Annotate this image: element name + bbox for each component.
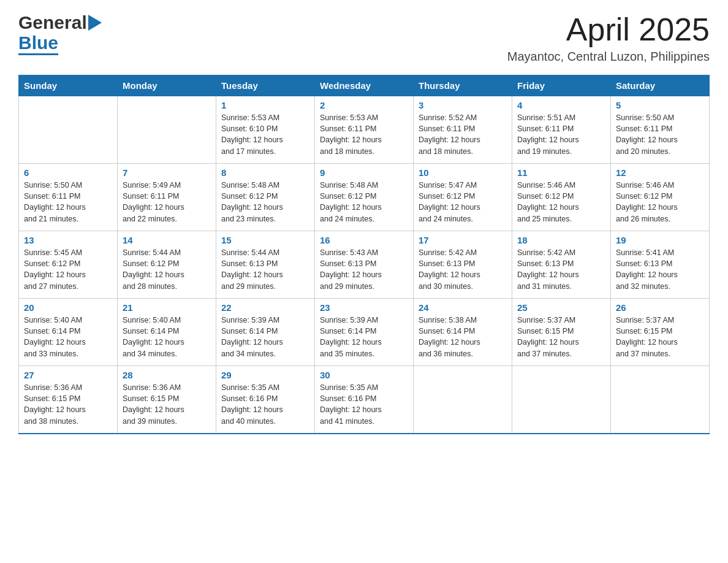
month-title: April 2025 — [507, 12, 710, 47]
day-info: Sunrise: 5:40 AM Sunset: 6:14 PM Dayligh… — [123, 315, 211, 359]
day-number: 13 — [24, 235, 112, 245]
day-info: Sunrise: 5:43 AM Sunset: 6:13 PM Dayligh… — [320, 247, 408, 292]
logo: General Blue — [18, 12, 102, 55]
day-info: Sunrise: 5:42 AM Sunset: 6:13 PM Dayligh… — [419, 247, 507, 292]
day-number: 29 — [221, 370, 309, 380]
day-info: Sunrise: 5:42 AM Sunset: 6:13 PM Dayligh… — [517, 247, 605, 292]
day-number: 5 — [616, 100, 704, 110]
location-text: Mayantoc, Central Luzon, Philippines — [507, 50, 710, 64]
day-info: Sunrise: 5:35 AM Sunset: 6:16 PM Dayligh… — [221, 382, 309, 427]
day-info: Sunrise: 5:36 AM Sunset: 6:15 PM Dayligh… — [24, 382, 112, 427]
calendar-cell: 3Sunrise: 5:52 AM Sunset: 6:11 PM Daylig… — [414, 96, 512, 164]
day-number: 21 — [123, 302, 211, 313]
calendar-week-3: 13Sunrise: 5:45 AM Sunset: 6:12 PM Dayli… — [19, 231, 710, 299]
day-info: Sunrise: 5:52 AM Sunset: 6:11 PM Dayligh… — [419, 112, 507, 157]
calendar-week-5: 27Sunrise: 5:36 AM Sunset: 6:15 PM Dayli… — [19, 366, 710, 434]
day-info: Sunrise: 5:36 AM Sunset: 6:15 PM Dayligh… — [123, 382, 211, 427]
calendar-week-1: 1Sunrise: 5:53 AM Sunset: 6:10 PM Daylig… — [19, 96, 710, 164]
day-info: Sunrise: 5:40 AM Sunset: 6:14 PM Dayligh… — [24, 315, 112, 359]
day-number: 23 — [320, 302, 408, 313]
logo-blue-text: Blue — [18, 33, 58, 53]
calendar-week-4: 20Sunrise: 5:40 AM Sunset: 6:14 PM Dayli… — [19, 299, 710, 366]
calendar-cell: 26Sunrise: 5:37 AM Sunset: 6:15 PM Dayli… — [611, 299, 710, 366]
day-info: Sunrise: 5:50 AM Sunset: 6:11 PM Dayligh… — [616, 112, 704, 157]
calendar-cell: 25Sunrise: 5:37 AM Sunset: 6:15 PM Dayli… — [512, 299, 611, 366]
logo-triangle-icon — [88, 15, 102, 31]
day-number: 16 — [320, 235, 408, 245]
day-number: 9 — [320, 167, 408, 178]
day-info: Sunrise: 5:46 AM Sunset: 6:12 PM Dayligh… — [616, 180, 704, 224]
day-number: 4 — [517, 100, 605, 110]
calendar-cell: 27Sunrise: 5:36 AM Sunset: 6:15 PM Dayli… — [19, 366, 118, 434]
calendar-cell: 15Sunrise: 5:44 AM Sunset: 6:13 PM Dayli… — [216, 231, 315, 299]
calendar-cell: 16Sunrise: 5:43 AM Sunset: 6:13 PM Dayli… — [315, 231, 414, 299]
day-number: 12 — [616, 167, 704, 178]
day-info: Sunrise: 5:37 AM Sunset: 6:15 PM Dayligh… — [616, 315, 704, 359]
day-info: Sunrise: 5:37 AM Sunset: 6:15 PM Dayligh… — [517, 315, 605, 359]
day-info: Sunrise: 5:39 AM Sunset: 6:14 PM Dayligh… — [221, 315, 309, 359]
day-number: 14 — [123, 235, 211, 245]
calendar-cell — [19, 96, 118, 164]
calendar-cell: 7Sunrise: 5:49 AM Sunset: 6:11 PM Daylig… — [118, 164, 216, 231]
logo-general-text: General — [18, 12, 87, 33]
svg-marker-0 — [88, 15, 102, 31]
calendar-cell: 14Sunrise: 5:44 AM Sunset: 6:12 PM Dayli… — [118, 231, 216, 299]
column-header-tuesday: Tuesday — [216, 75, 315, 96]
day-number: 7 — [123, 167, 211, 178]
column-header-thursday: Thursday — [414, 75, 512, 96]
calendar-cell: 23Sunrise: 5:39 AM Sunset: 6:14 PM Dayli… — [315, 299, 414, 366]
calendar-cell: 8Sunrise: 5:48 AM Sunset: 6:12 PM Daylig… — [216, 164, 315, 231]
day-info: Sunrise: 5:53 AM Sunset: 6:11 PM Dayligh… — [320, 112, 408, 157]
calendar-cell: 18Sunrise: 5:42 AM Sunset: 6:13 PM Dayli… — [512, 231, 611, 299]
day-info: Sunrise: 5:41 AM Sunset: 6:13 PM Dayligh… — [616, 247, 704, 292]
day-info: Sunrise: 5:51 AM Sunset: 6:11 PM Dayligh… — [517, 112, 605, 157]
day-info: Sunrise: 5:49 AM Sunset: 6:11 PM Dayligh… — [123, 180, 211, 224]
day-number: 3 — [419, 100, 507, 110]
calendar-cell: 30Sunrise: 5:35 AM Sunset: 6:16 PM Dayli… — [315, 366, 414, 434]
calendar-cell: 1Sunrise: 5:53 AM Sunset: 6:10 PM Daylig… — [216, 96, 315, 164]
calendar-cell: 24Sunrise: 5:38 AM Sunset: 6:14 PM Dayli… — [414, 299, 512, 366]
day-info: Sunrise: 5:38 AM Sunset: 6:14 PM Dayligh… — [419, 315, 507, 359]
calendar-cell: 5Sunrise: 5:50 AM Sunset: 6:11 PM Daylig… — [611, 96, 710, 164]
day-number: 6 — [24, 167, 112, 178]
day-number: 28 — [123, 370, 211, 380]
column-header-saturday: Saturday — [611, 75, 710, 96]
header-right: April 2025 Mayantoc, Central Luzon, Phil… — [507, 12, 710, 64]
day-info: Sunrise: 5:45 AM Sunset: 6:12 PM Dayligh… — [24, 247, 112, 292]
calendar-cell: 13Sunrise: 5:45 AM Sunset: 6:12 PM Dayli… — [19, 231, 118, 299]
column-header-sunday: Sunday — [19, 75, 118, 96]
calendar-cell: 4Sunrise: 5:51 AM Sunset: 6:11 PM Daylig… — [512, 96, 611, 164]
calendar-week-2: 6Sunrise: 5:50 AM Sunset: 6:11 PM Daylig… — [19, 164, 710, 231]
calendar-cell: 19Sunrise: 5:41 AM Sunset: 6:13 PM Dayli… — [611, 231, 710, 299]
day-info: Sunrise: 5:46 AM Sunset: 6:12 PM Dayligh… — [517, 180, 605, 224]
day-number: 27 — [24, 370, 112, 380]
calendar-cell: 20Sunrise: 5:40 AM Sunset: 6:14 PM Dayli… — [19, 299, 118, 366]
day-number: 1 — [221, 100, 309, 110]
day-number: 20 — [24, 302, 112, 313]
calendar-cell: 21Sunrise: 5:40 AM Sunset: 6:14 PM Dayli… — [118, 299, 216, 366]
day-number: 24 — [419, 302, 507, 313]
day-info: Sunrise: 5:53 AM Sunset: 6:10 PM Dayligh… — [221, 112, 309, 157]
column-header-wednesday: Wednesday — [315, 75, 414, 96]
day-number: 18 — [517, 235, 605, 245]
calendar-cell: 28Sunrise: 5:36 AM Sunset: 6:15 PM Dayli… — [118, 366, 216, 434]
day-number: 25 — [517, 302, 605, 313]
day-number: 22 — [221, 302, 309, 313]
calendar-table: SundayMondayTuesdayWednesdayThursdayFrid… — [18, 75, 710, 434]
calendar-cell: 17Sunrise: 5:42 AM Sunset: 6:13 PM Dayli… — [414, 231, 512, 299]
column-header-friday: Friday — [512, 75, 611, 96]
day-info: Sunrise: 5:50 AM Sunset: 6:11 PM Dayligh… — [24, 180, 112, 224]
day-info: Sunrise: 5:39 AM Sunset: 6:14 PM Dayligh… — [320, 315, 408, 359]
day-number: 11 — [517, 167, 605, 178]
day-info: Sunrise: 5:35 AM Sunset: 6:16 PM Dayligh… — [320, 382, 408, 427]
day-info: Sunrise: 5:44 AM Sunset: 6:12 PM Dayligh… — [123, 247, 211, 292]
calendar-cell: 12Sunrise: 5:46 AM Sunset: 6:12 PM Dayli… — [611, 164, 710, 231]
day-info: Sunrise: 5:48 AM Sunset: 6:12 PM Dayligh… — [320, 180, 408, 224]
calendar-cell: 29Sunrise: 5:35 AM Sunset: 6:16 PM Dayli… — [216, 366, 315, 434]
day-number: 30 — [320, 370, 408, 380]
calendar-cell: 22Sunrise: 5:39 AM Sunset: 6:14 PM Dayli… — [216, 299, 315, 366]
calendar-cell — [512, 366, 611, 434]
calendar-cell: 11Sunrise: 5:46 AM Sunset: 6:12 PM Dayli… — [512, 164, 611, 231]
day-number: 8 — [221, 167, 309, 178]
day-number: 2 — [320, 100, 408, 110]
